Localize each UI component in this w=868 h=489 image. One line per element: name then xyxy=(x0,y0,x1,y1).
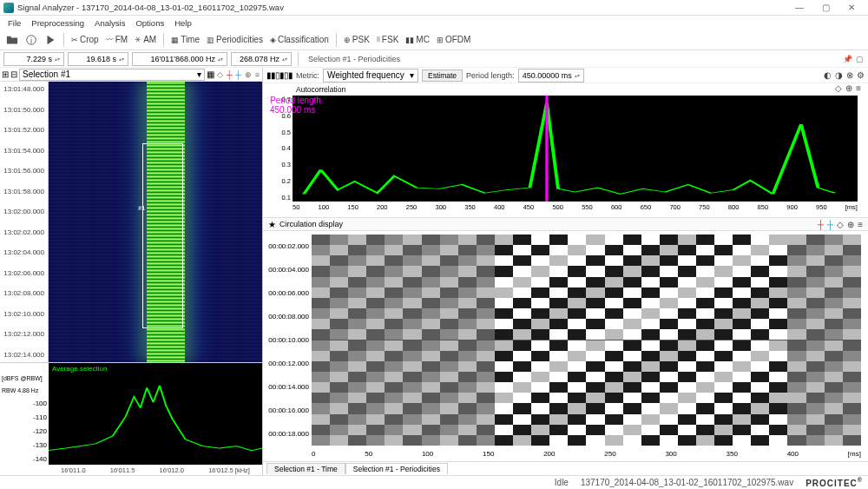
circ-zoom-icon[interactable]: ⊕ xyxy=(847,220,854,229)
metric-label: Metric: xyxy=(296,71,319,80)
tabs-row: Selection #1 - Time Selection #1 - Perio… xyxy=(263,461,868,475)
tab-time[interactable]: Selection #1 - Time xyxy=(266,463,345,474)
classification-button[interactable]: ◈ Classification xyxy=(267,31,332,49)
star-icon[interactable]: ★ xyxy=(268,220,276,229)
spectrum-canvas[interactable]: Average selection 16'011.0 16'011.5 16'0… xyxy=(49,363,262,475)
period-field[interactable]: 450.00000 ms xyxy=(518,69,584,83)
selection-row: ⊞ ⊟ Selection #1▾ ▦ ◇ ┼ ┼ ⊕ ≡ xyxy=(0,68,262,82)
time-button[interactable]: ▦ Time xyxy=(168,31,202,49)
menu-options[interactable]: Options xyxy=(131,18,168,28)
selection-header: Selection #1 - Periodicities xyxy=(305,53,838,65)
estimate-button[interactable]: Estimate xyxy=(422,69,463,82)
open-button[interactable] xyxy=(3,31,21,49)
right-pane: ▮▮▯▮▯▮ Metric: Weighted frequency▾ Estim… xyxy=(263,68,868,475)
autocorr-title: Autocorrelation xyxy=(296,85,345,94)
fsk-button[interactable]: ⫴ FSK xyxy=(374,31,401,49)
am-button[interactable]: ⚹ AM xyxy=(132,31,159,49)
mc-button[interactable]: ▮▮ MC xyxy=(403,31,432,49)
time-start-field[interactable]: 7.229 s xyxy=(3,52,64,66)
eye-right-icon[interactable]: ◑ xyxy=(835,70,843,80)
menu-analysis[interactable]: Analysis xyxy=(90,18,129,28)
cross-icon[interactable]: ⊗ xyxy=(846,70,853,80)
spectrogram-marker-label: #1 xyxy=(138,205,145,211)
menu-icon[interactable]: ≡ xyxy=(254,70,260,79)
window-icon[interactable]: ▢ xyxy=(855,55,865,63)
menu-preprocessing[interactable]: Preprocessing xyxy=(27,18,89,28)
autocorr-marker: Period length 450.000 ms xyxy=(270,96,321,115)
autocorr-toolbar: ▮▮▯▮▯▮ Metric: Weighted frequency▾ Estim… xyxy=(263,68,868,83)
psk-button[interactable]: ⊕ PSK xyxy=(341,31,372,49)
crop-button[interactable]: ✂ Crop xyxy=(69,31,102,49)
eye-left-icon[interactable]: ◐ xyxy=(824,70,832,80)
circulation-canvas[interactable] xyxy=(312,235,861,446)
main-area: ⊞ ⊟ Selection #1▾ ▦ ◇ ┼ ┼ ⊕ ≡ 13:01:48.0… xyxy=(0,68,868,475)
statusbar: Idle 137170_2014-04-08_13-01-02_16011702… xyxy=(0,475,868,489)
grid-icon[interactable]: ▦ xyxy=(207,69,214,79)
spectrum-plot[interactable]: [dBFS @RBW] RBW 4.88 Hz -100 -110 -120 -… xyxy=(0,362,262,475)
spectrogram-time-axis: 13:01:48.00013:01:50.00013:01:52.000 13:… xyxy=(0,82,49,362)
info-button[interactable]: i xyxy=(23,31,40,49)
ac-zoom-icon[interactable]: ⊕ xyxy=(845,83,852,93)
spectrogram-canvas[interactable]: #1 xyxy=(49,82,262,362)
window-title: Signal Analyzer - 137170_2014-04-08_13-0… xyxy=(17,3,786,12)
play-button[interactable] xyxy=(42,31,59,49)
circ-blue-icon[interactable]: ┼ xyxy=(827,220,833,229)
frequency-field[interactable]: 16'011'868.000 Hz xyxy=(132,52,227,66)
red-marker-icon[interactable]: ┼ xyxy=(226,70,233,79)
circulation-area[interactable]: 00:00:02.00000:00:04.000 00:00:06.00000:… xyxy=(263,231,868,446)
value-bar: 7.229 s 19.618 s 16'011'868.000 Hz 268.0… xyxy=(0,50,868,68)
autocorr-xaxis: 50100 150200 250300 350400 450500 550600… xyxy=(293,203,858,215)
menu-file[interactable]: File xyxy=(3,18,25,28)
metric-combo[interactable]: Weighted frequency▾ xyxy=(323,69,418,83)
svg-text:i: i xyxy=(30,36,32,44)
left-pane: ⊞ ⊟ Selection #1▾ ▦ ◇ ┼ ┼ ⊕ ≡ 13:01:48.0… xyxy=(0,68,263,475)
brand-label: PROCITEC® xyxy=(806,477,863,488)
menubar: File Preprocessing Analysis Options Help xyxy=(0,16,868,30)
time-length-field[interactable]: 19.618 s xyxy=(68,52,128,66)
pin-icon[interactable]: 📌 xyxy=(842,55,853,63)
settings-icon[interactable]: ⚙ xyxy=(857,70,865,80)
circulation-yaxis: 00:00:02.00000:00:04.000 00:00:06.00000:… xyxy=(266,235,312,446)
center-icon[interactable]: ◇ xyxy=(216,70,224,79)
ac-center-icon[interactable]: ◇ xyxy=(835,83,842,93)
autocorr-canvas[interactable] xyxy=(293,96,858,202)
status-file: 137170_2014-04-08_13-01-02_16011702_1029… xyxy=(581,478,793,487)
periodicities-button[interactable]: ▥ Periodicities xyxy=(204,31,266,49)
circ-menu-icon[interactable]: ≡ xyxy=(858,220,863,229)
add-selection-icon[interactable]: ⊞ xyxy=(2,69,9,79)
ofdm-button[interactable]: ⊞ OFDM xyxy=(434,31,473,49)
remove-selection-icon[interactable]: ⊟ xyxy=(10,69,17,79)
close-button[interactable]: ✕ xyxy=(838,1,865,15)
menu-help[interactable]: Help xyxy=(170,18,196,28)
circ-center-icon[interactable]: ◇ xyxy=(837,220,844,229)
app-icon xyxy=(3,3,14,13)
toolbar: i ✂ Crop 〰 FM ⚹ AM ▦ Time ▥ Periodicitie… xyxy=(0,30,868,50)
tab-periodicities[interactable]: Selection #1 - Periodicities xyxy=(345,463,448,474)
titlebar: Signal Analyzer - 137170_2014-04-08_13-0… xyxy=(0,0,868,16)
circulation-header: ★ Circulation display ┼ ┼ ◇ ⊕ ≡ xyxy=(263,217,868,231)
spectrum-yaxis: [dBFS @RBW] RBW 4.88 Hz -100 -110 -120 -… xyxy=(0,363,49,475)
selection-combo[interactable]: Selection #1▾ xyxy=(19,69,205,81)
circ-red-icon[interactable]: ┼ xyxy=(818,220,824,229)
barcode-icon[interactable]: ▮▮▯▮▯▮ xyxy=(266,70,293,80)
maximize-button[interactable]: ▢ xyxy=(812,1,838,15)
bandwidth-field[interactable]: 268.078 Hz xyxy=(231,52,292,66)
spectrogram[interactable]: 13:01:48.00013:01:50.00013:01:52.000 13:… xyxy=(0,82,262,362)
ac-menu-icon[interactable]: ≡ xyxy=(856,83,861,93)
blue-marker-icon[interactable]: ┼ xyxy=(234,70,241,79)
minimize-button[interactable]: — xyxy=(786,1,812,15)
fm-button[interactable]: 〰 FM xyxy=(103,31,130,49)
autocorr-plot[interactable]: Autocorrelation ◇ ⊕ ≡ 0.70.6 0.50.4 0.30… xyxy=(270,85,861,215)
circulation-xaxis: 050 100150 200250 300350 400[ms] xyxy=(263,446,868,461)
period-label: Period length: xyxy=(466,71,515,80)
zoom-icon[interactable]: ⊕ xyxy=(244,70,253,79)
status-idle: Idle xyxy=(555,478,569,487)
spectrum-xaxis: 16'011.0 16'011.5 16'012.0 16'012.5 [kHz… xyxy=(49,465,262,475)
circulation-title: Circulation display xyxy=(279,220,343,228)
